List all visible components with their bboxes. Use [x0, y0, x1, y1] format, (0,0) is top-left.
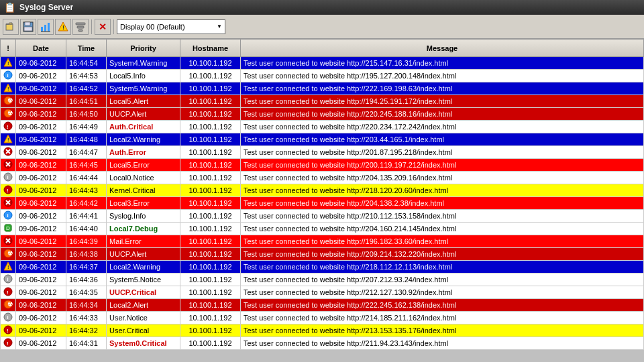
svg-marker-1: [6, 23, 12, 24]
row-date: 09-06-2012: [16, 172, 66, 184]
row-date: 09-06-2012: [16, 299, 66, 312]
row-time: 16:44:42: [66, 197, 107, 210]
col-header-message[interactable]: Message: [241, 40, 644, 57]
row-hostname: 10.100.1.192: [180, 223, 241, 235]
row-message: Test user connected to website http://21…: [241, 57, 644, 70]
row-priority: Local0.Notice: [107, 172, 180, 184]
svg-text:!: !: [7, 124, 9, 130]
svg-text:!: !: [7, 264, 9, 270]
svg-rect-7: [48, 23, 50, 32]
row-hostname: 10.100.1.192: [180, 235, 241, 248]
table-row[interactable]: i09-06-201216:44:41Syslog.Info10.100.1.1…: [1, 210, 644, 223]
row-hostname: 10.100.1.192: [180, 172, 241, 184]
table-row[interactable]: 09-06-201216:44:39Mail.Error10.100.1.192…: [1, 235, 644, 248]
table-row[interactable]: !09-06-201216:44:43Kernel.Critical10.100…: [1, 184, 644, 197]
row-hostname: 10.100.1.192: [180, 197, 241, 210]
svg-text:i: i: [7, 174, 9, 180]
chevron-down-icon: ▼: [217, 23, 222, 29]
row-icon: [1, 159, 16, 172]
row-hostname: 10.100.1.192: [180, 184, 241, 197]
row-priority: Local2.Warning: [107, 133, 180, 146]
table-row[interactable]: i09-06-201216:44:44Local0.Notice10.100.1…: [1, 172, 644, 184]
row-time: 16:44:39: [66, 235, 107, 248]
row-date: 09-06-2012: [16, 133, 66, 146]
row-hostname: 10.100.1.192: [180, 337, 241, 350]
svg-rect-5: [41, 27, 43, 32]
table-row[interactable]: D09-06-201216:44:40Local7.Debug10.100.1.…: [1, 223, 644, 235]
col-header-time[interactable]: Time: [66, 40, 107, 57]
row-date: 09-06-2012: [16, 184, 66, 197]
table-row[interactable]: i09-06-201216:44:36System5.Notice10.100.…: [1, 274, 644, 286]
table-row[interactable]: ☢09-06-201216:44:50UUCP.Alert10.100.1.19…: [1, 108, 644, 121]
svg-text:!: !: [7, 60, 9, 66]
table-row[interactable]: ☢09-06-201216:44:51Local5.Alert10.100.1.…: [1, 95, 644, 108]
table-header-row: ! Date Time Priority Hostname Message: [1, 40, 644, 57]
table-row[interactable]: ☢09-06-201216:44:34Local2.Alert10.100.1.…: [1, 299, 644, 312]
row-hostname: 10.100.1.192: [180, 133, 241, 146]
close-button[interactable]: ✕: [95, 19, 111, 35]
svg-rect-11: [76, 23, 85, 25]
row-priority: System5.Notice: [107, 274, 180, 286]
row-icon: !: [1, 121, 16, 133]
row-time: 16:44:53: [66, 70, 107, 82]
open-button[interactable]: [3, 19, 19, 35]
row-icon: !: [1, 337, 16, 350]
save-button[interactable]: [20, 19, 36, 35]
table-row[interactable]: !09-06-201216:44:31System0.Critical10.10…: [1, 337, 644, 350]
row-hostname: 10.100.1.192: [180, 57, 241, 70]
row-time: 16:44:48: [66, 133, 107, 146]
row-message: Test user connected to website http://21…: [241, 324, 644, 337]
table-row[interactable]: !09-06-201216:44:37Local2.Warning10.100.…: [1, 261, 644, 274]
row-time: 16:44:44: [66, 172, 107, 184]
table-row[interactable]: !09-06-201216:44:52System5.Warning10.100…: [1, 82, 644, 95]
row-time: 16:44:38: [66, 248, 107, 261]
row-hostname: 10.100.1.192: [180, 70, 241, 82]
row-hostname: 10.100.1.192: [180, 108, 241, 121]
table-row[interactable]: 09-06-201216:44:47Auth.Error10.100.1.192…: [1, 146, 644, 159]
title-bar: 📋 Syslog Server: [0, 0, 644, 15]
table-row[interactable]: i09-06-201216:44:33User.Notice10.100.1.1…: [1, 312, 644, 324]
svg-text:i: i: [7, 72, 9, 78]
alert-button[interactable]: !: [55, 19, 71, 35]
row-date: 09-06-2012: [16, 70, 66, 82]
row-priority: UUCP.Critical: [107, 286, 180, 299]
table-row[interactable]: 09-06-201216:44:42Local3.Error10.100.1.1…: [1, 197, 644, 210]
row-icon: !: [1, 57, 16, 70]
col-header-priority[interactable]: Priority: [107, 40, 180, 57]
svg-text:!: !: [62, 24, 64, 31]
row-time: 16:44:35: [66, 286, 107, 299]
row-message: Test user connected to website http://21…: [241, 210, 644, 223]
svg-text:!: !: [7, 188, 9, 194]
display-dropdown[interactable]: Display 00 (Default) ▼: [117, 19, 225, 34]
row-icon: !: [1, 324, 16, 337]
row-priority: Local2.Alert: [107, 299, 180, 312]
table-row[interactable]: !09-06-201216:44:35UUCP.Critical10.100.1…: [1, 286, 644, 299]
row-hostname: 10.100.1.192: [180, 248, 241, 261]
row-message: Test user connected to website http://21…: [241, 312, 644, 324]
row-hostname: 10.100.1.192: [180, 286, 241, 299]
table-row[interactable]: ☢09-06-201216:44:38UUCP.Alert10.100.1.19…: [1, 248, 644, 261]
app-title: Syslog Server: [19, 3, 73, 12]
table-row[interactable]: i09-06-201216:44:53Local5.Info10.100.1.1…: [1, 70, 644, 82]
table-row[interactable]: !09-06-201216:44:54System4.Warning10.100…: [1, 57, 644, 70]
row-priority: User.Critical: [107, 324, 180, 337]
row-priority: UUCP.Alert: [107, 248, 180, 261]
row-message: Test user connected to website http://21…: [241, 286, 644, 299]
chart-button[interactable]: [38, 19, 54, 35]
table-row[interactable]: !09-06-201216:44:32User.Critical10.100.1…: [1, 324, 644, 337]
table-row[interactable]: !09-06-201216:44:49Auth.Critical10.100.1…: [1, 121, 644, 133]
row-message: Test user connected to website http://19…: [241, 235, 644, 248]
svg-rect-0: [6, 24, 13, 30]
row-priority: System5.Warning: [107, 82, 180, 95]
row-icon: [1, 197, 16, 210]
col-header-hostname[interactable]: Hostname: [180, 40, 241, 57]
svg-text:i: i: [7, 213, 9, 219]
row-time: 16:44:31: [66, 337, 107, 350]
filter-button[interactable]: [72, 19, 89, 35]
table-row[interactable]: 09-06-201216:44:45Local5.Error10.100.1.1…: [1, 159, 644, 172]
row-date: 09-06-2012: [16, 95, 66, 108]
table-row[interactable]: !09-06-201216:44:48Local2.Warning10.100.…: [1, 133, 644, 146]
log-table-container[interactable]: ! Date Time Priority Hostname Message !0…: [0, 39, 644, 362]
col-header-date[interactable]: Date: [16, 40, 66, 57]
display-dropdown-value: Display 00 (Default): [120, 23, 214, 31]
